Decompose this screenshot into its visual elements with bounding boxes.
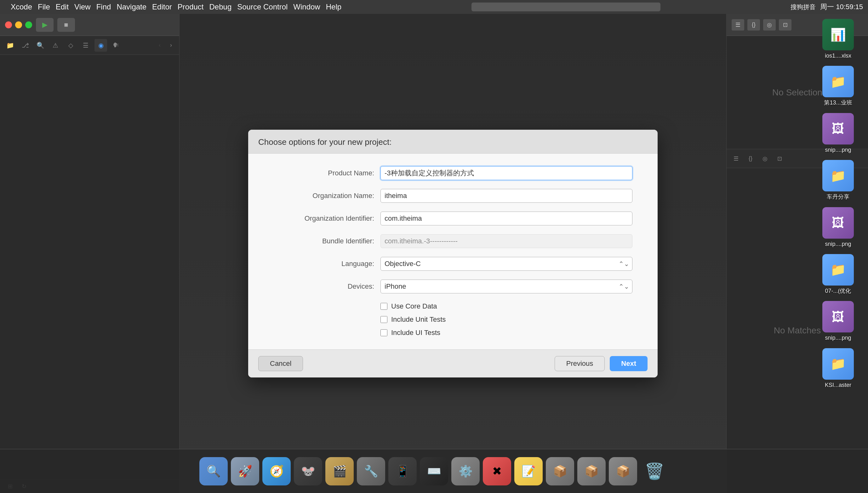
right-toolbar-btn-4[interactable]: ⊡ [779, 19, 791, 30]
devices-row: Devices: iPhone iPad Universal ⌃⌄ [273, 280, 632, 294]
top-search-bar[interactable] [471, 2, 660, 11]
org-id-input[interactable] [380, 212, 632, 226]
menu-window[interactable]: Window [293, 2, 320, 11]
menu-editor[interactable]: Editor [152, 2, 172, 11]
dock-app1[interactable]: 📦 [546, 457, 574, 486]
search-icon[interactable]: 🔍 [34, 39, 47, 51]
maximize-button[interactable] [25, 21, 32, 28]
close-button[interactable] [5, 21, 12, 28]
dock-notes[interactable]: 📝 [514, 457, 543, 486]
png2-icon: 🖼 [822, 207, 854, 239]
right-nav-btn-2[interactable]: {} [745, 154, 756, 164]
folder-icon[interactable]: 📁 [4, 39, 16, 51]
menu-xcode[interactable]: Xcode [11, 2, 32, 11]
dock-settings[interactable]: ⚙️ [451, 457, 480, 486]
include-unit-tests-row: Include Unit Tests [380, 316, 632, 324]
test-icon[interactable]: ◇ [64, 39, 77, 51]
menu-debug[interactable]: Debug [209, 2, 232, 11]
include-unit-tests-checkbox[interactable] [380, 316, 387, 323]
previous-button[interactable]: Previous [555, 356, 605, 371]
menu-find[interactable]: Find [97, 2, 111, 11]
desktop-icon-png3[interactable]: 🖼 snip....png [818, 301, 859, 342]
right-toolbar-btn-3[interactable]: ◎ [763, 19, 776, 30]
run-button[interactable]: ▶ [36, 18, 54, 32]
include-ui-tests-label[interactable]: Include UI Tests [391, 329, 440, 337]
desktop-icon-folder3[interactable]: 📁 07-...(优化 [818, 254, 859, 295]
desktop-icon-png2[interactable]: 🖼 snip....png [818, 207, 859, 248]
time-display: 周一 10:59:15 [820, 2, 863, 12]
breakpoint-icon[interactable]: ◉ [94, 39, 107, 51]
dock-finder[interactable]: 🔍 [199, 457, 228, 486]
dock-xmind[interactable]: ✖ [483, 457, 511, 486]
right-nav-btn-4[interactable]: ⊡ [774, 154, 785, 164]
dock-app2[interactable]: 📦 [577, 457, 606, 486]
dock-mobile[interactable]: 📱 [388, 457, 417, 486]
right-toolbar-btn-1[interactable]: ☰ [732, 19, 744, 30]
nav-back-arrow[interactable]: ‹ [155, 41, 164, 50]
dock: 🔍 🚀 🧭 🐭 🎬 🔧 📱 ⌨️ ⚙️ ✖ 📝 📦 📦 📦 🗑️ [0, 449, 868, 493]
menu-product[interactable]: Product [178, 2, 204, 11]
png1-icon: 🖼 [822, 113, 854, 145]
sidebar-content [0, 55, 179, 479]
dock-tools[interactable]: 🔧 [357, 457, 385, 486]
menu-edit[interactable]: Edit [56, 2, 69, 11]
finder-icon: 🔍 [207, 465, 221, 478]
menu-help[interactable]: Help [326, 2, 341, 11]
checkbox-group: Use Core Data Include Unit Tests Include… [380, 302, 632, 337]
menu-navigate[interactable]: Navigate [117, 2, 146, 11]
app2-icon: 📦 [585, 465, 599, 478]
editor-area: Choose options for your new project: Pro… [179, 14, 726, 493]
desktop-icon-folder2[interactable]: 📁 车丹分享 [818, 160, 859, 200]
terminal-icon: ⌨️ [427, 465, 441, 478]
git-icon[interactable]: ⎇ [19, 39, 31, 51]
dock-video[interactable]: 🎬 [325, 457, 354, 486]
product-name-label: Product Name: [273, 169, 380, 177]
folder1-icon: 📁 [822, 66, 854, 97]
dialog-title: Choose options for your new project: [258, 137, 648, 147]
language-select[interactable]: Objective-C Swift [380, 257, 632, 271]
right-nav-btn-3[interactable]: ◎ [759, 154, 771, 164]
include-unit-tests-label[interactable]: Include Unit Tests [391, 316, 446, 324]
warning-icon[interactable]: ⚠ [49, 39, 62, 51]
desktop-icon-png1[interactable]: 🖼 snip....png [818, 113, 859, 154]
menu-bar-center [348, 2, 784, 11]
stop-button[interactable]: ■ [57, 18, 75, 32]
dock-app3[interactable]: 📦 [609, 457, 637, 486]
stop-icon: ■ [64, 21, 68, 29]
dock-terminal[interactable]: ⌨️ [420, 457, 448, 486]
debug-icon[interactable]: ☰ [79, 39, 92, 51]
next-button[interactable]: Next [610, 356, 648, 371]
dock-safari[interactable]: 🧭 [262, 457, 291, 486]
include-ui-tests-row: Include UI Tests [380, 329, 632, 337]
dock-mouse[interactable]: 🐭 [294, 457, 322, 486]
right-toolbar-btn-2[interactable]: {} [747, 19, 760, 30]
minimize-button[interactable] [15, 21, 22, 28]
menu-file[interactable]: File [38, 2, 50, 11]
settings-icon: ⚙️ [459, 465, 473, 478]
use-core-data-label[interactable]: Use Core Data [391, 302, 437, 310]
dock-trash[interactable]: 🗑️ [640, 457, 669, 486]
report-icon[interactable]: 🗣 [110, 39, 122, 51]
input-method[interactable]: 搜狗拼音 [790, 3, 816, 11]
include-ui-tests-checkbox[interactable] [380, 329, 387, 336]
product-name-input[interactable] [380, 166, 632, 180]
png3-icon: 🖼 [822, 301, 854, 333]
play-icon: ▶ [42, 21, 47, 29]
use-core-data-checkbox[interactable] [380, 303, 387, 310]
no-matches-label: No Matches [774, 325, 821, 336]
devices-select-wrapper: iPhone iPad Universal ⌃⌄ [380, 280, 632, 294]
nav-forward-arrow[interactable]: › [167, 41, 175, 50]
desktop-icons: 📊 ios1....xlsx 📁 第13...业班 🖼 snip....png … [818, 19, 859, 389]
menu-bar: Xcode File Edit View Find Navigate Edito… [0, 0, 868, 14]
desktop-icon-folder1[interactable]: 📁 第13...业班 [818, 66, 859, 106]
org-name-input[interactable] [380, 189, 632, 203]
devices-select[interactable]: iPhone iPad Universal [380, 280, 632, 294]
bundle-id-row: Bundle Identifier: [273, 234, 632, 248]
menu-view[interactable]: View [74, 2, 91, 11]
desktop-icon-folder4[interactable]: 📁 KSI...aster [818, 348, 859, 389]
desktop-icon-xlsx[interactable]: 📊 ios1....xlsx [818, 19, 859, 60]
dock-launchpad[interactable]: 🚀 [231, 457, 259, 486]
right-nav-btn-1[interactable]: ☰ [731, 154, 742, 164]
cancel-button[interactable]: Cancel [258, 356, 303, 371]
menu-source-control[interactable]: Source Control [237, 2, 288, 11]
